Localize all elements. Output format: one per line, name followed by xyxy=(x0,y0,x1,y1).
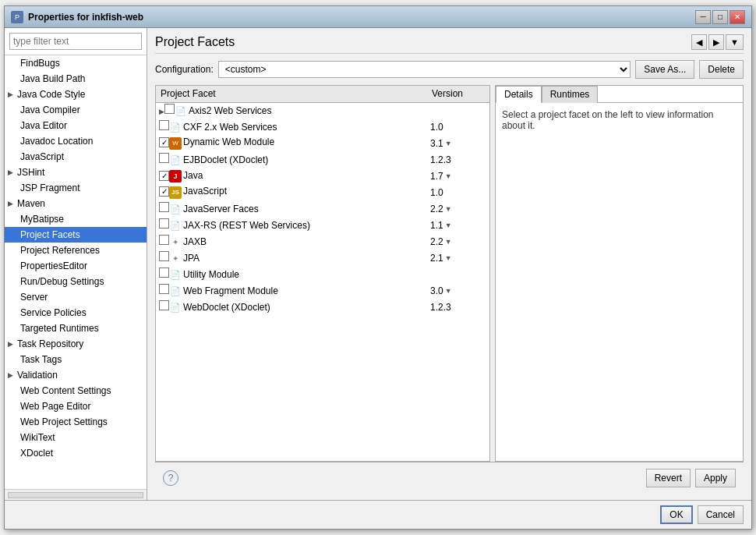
facet-name: JAXB xyxy=(183,236,207,247)
facet-checkbox[interactable] xyxy=(159,251,169,261)
tab-runtimes[interactable]: Runtimes xyxy=(542,86,599,103)
table-row[interactable]: 📄EJBDoclet (XDoclet)1.2.3 xyxy=(156,151,489,168)
scroll-track[interactable] xyxy=(8,492,143,498)
facet-checkbox[interactable] xyxy=(159,235,169,245)
sidebar-item-jsp-fragment[interactable]: JSP Fragment xyxy=(5,180,147,196)
delete-button[interactable]: Delete xyxy=(699,60,744,79)
sidebar-item-web-project-settings[interactable]: Web Project Settings xyxy=(5,414,147,430)
sidebar-item-xdoclet[interactable]: XDoclet xyxy=(5,445,147,461)
sidebar-item-web-content-settings[interactable]: Web Content Settings xyxy=(5,383,147,399)
table-row[interactable]: 📄JAX-RS (REST Web Services)1.1▼ xyxy=(156,217,489,233)
version-dropdown-arrow[interactable]: ▼ xyxy=(445,140,452,147)
close-button[interactable]: ✕ xyxy=(730,10,745,24)
table-row[interactable]: 📄Utility Module xyxy=(156,266,489,282)
window-controls: ─ □ ✕ xyxy=(695,10,745,24)
sidebar-item-javadoc-location[interactable]: Javadoc Location xyxy=(5,133,147,149)
table-row[interactable]: ✦JAXB2.2▼ xyxy=(156,233,489,250)
row-expand: ▶ xyxy=(159,108,164,115)
table-row[interactable]: 📄CXF 2.x Web Services1.0 xyxy=(156,119,489,135)
facet-name: WebDoclet (XDoclet) xyxy=(183,302,270,313)
facet-checkbox[interactable] xyxy=(159,153,169,163)
maximize-button[interactable]: □ xyxy=(712,10,728,24)
help-icon[interactable]: ? xyxy=(163,470,178,486)
table-row[interactable]: 📄JavaServer Faces2.2▼ xyxy=(156,200,489,217)
facet-icon: 📄 xyxy=(169,268,182,281)
config-label: Configuration: xyxy=(155,64,214,75)
facet-checkbox[interactable] xyxy=(159,268,169,278)
sidebar-item-server[interactable]: Server xyxy=(5,289,147,305)
filter-input[interactable] xyxy=(9,33,142,50)
facet-checkbox[interactable] xyxy=(159,186,169,197)
facet-version: 1.2.3 xyxy=(427,151,489,168)
facet-name: Axis2 Web Services xyxy=(189,105,271,116)
menu-button[interactable]: ▼ xyxy=(726,34,744,50)
facet-version: 1.1▼ xyxy=(427,217,489,233)
revert-button[interactable]: Revert xyxy=(646,469,691,487)
table-row[interactable]: ▶📄Axis2 Web Services xyxy=(156,102,489,119)
version-dropdown-arrow[interactable]: ▼ xyxy=(445,287,452,295)
sidebar-item-java-compiler[interactable]: Java Compiler xyxy=(5,102,147,118)
sidebar-item-java-build-path[interactable]: Java Build Path xyxy=(5,71,147,87)
sidebar-item-jshint[interactable]: ▶JSHint xyxy=(5,165,147,180)
sidebar-item-label: Task Repository xyxy=(17,338,83,349)
tab-details[interactable]: Details xyxy=(496,86,542,103)
sidebar-item-label: XDoclet xyxy=(20,448,53,459)
sidebar-item-label: Web Content Settings xyxy=(20,385,111,396)
facet-checkbox[interactable] xyxy=(159,284,169,294)
sidebar-item-web-page-editor[interactable]: Web Page Editor xyxy=(5,399,147,414)
facet-checkbox[interactable] xyxy=(159,218,169,229)
facet-checkbox[interactable] xyxy=(159,137,169,147)
table-row[interactable]: JJava1.7▼ xyxy=(156,168,489,184)
version-dropdown-arrow[interactable]: ▼ xyxy=(445,221,452,229)
back-button[interactable]: ◀ xyxy=(691,34,707,50)
facet-checkbox[interactable] xyxy=(159,120,169,130)
sidebar-item-java-editor[interactable]: Java Editor xyxy=(5,118,147,133)
facet-version: 1.0 xyxy=(427,184,489,200)
save-as-button[interactable]: Save As... xyxy=(635,60,694,79)
version-dropdown-arrow[interactable]: ▼ xyxy=(445,205,452,213)
sidebar-item-maven[interactable]: ▶Maven xyxy=(5,196,147,211)
table-row[interactable]: 📄Web Fragment Module3.0▼ xyxy=(156,282,489,299)
facet-checkbox[interactable] xyxy=(164,104,175,114)
facet-checkbox[interactable] xyxy=(159,171,169,181)
version-dropdown-arrow[interactable]: ▼ xyxy=(445,172,452,180)
details-panel: Details Runtimes Select a project facet … xyxy=(495,85,744,462)
version-dropdown-arrow[interactable]: ▼ xyxy=(445,254,452,262)
facet-version: 1.0 xyxy=(427,119,489,135)
sidebar-item-label: JSP Fragment xyxy=(20,182,79,193)
sidebar-item-validation[interactable]: ▶Validation xyxy=(5,367,147,383)
config-select[interactable]: <custom> xyxy=(218,61,631,78)
sidebar-item-javascript[interactable]: JavaScript xyxy=(5,149,147,165)
facet-checkbox[interactable] xyxy=(159,300,169,310)
sidebar-item-run-debug-settings[interactable]: Run/Debug Settings xyxy=(5,274,147,289)
version-dropdown-arrow[interactable]: ▼ xyxy=(445,238,452,246)
sidebar-item-wikitext[interactable]: WikiText xyxy=(5,430,147,445)
facet-name: JAX-RS (REST Web Services) xyxy=(183,220,310,231)
forward-button[interactable]: ▶ xyxy=(708,34,724,50)
facet-version: 2.2▼ xyxy=(427,233,489,250)
sidebar-item-targeted-runtimes[interactable]: Targeted Runtimes xyxy=(5,321,147,336)
sidebar-item-findbugs[interactable]: FindBugs xyxy=(5,55,147,71)
sidebar-item-project-facets[interactable]: Project Facets xyxy=(5,227,147,243)
sidebar-item-label: Maven xyxy=(17,198,45,209)
sidebar-item-project-references[interactable]: Project References xyxy=(5,243,147,258)
table-row[interactable]: 📄WebDoclet (XDoclet)1.2.3 xyxy=(156,299,489,315)
sidebar-item-java-code-style[interactable]: ▶Java Code Style xyxy=(5,87,147,102)
cancel-button[interactable]: Cancel xyxy=(698,505,744,524)
facet-checkbox[interactable] xyxy=(159,202,169,212)
bottom-buttons: Revert Apply xyxy=(646,469,736,487)
facet-icon: 📄 xyxy=(169,154,182,166)
table-row[interactable]: JSJavaScript1.0 xyxy=(156,184,489,200)
apply-button[interactable]: Apply xyxy=(695,469,736,487)
table-row[interactable]: WDynamic Web Module3.1▼ xyxy=(156,135,489,151)
sidebar-item-properties-editor[interactable]: PropertiesEditor xyxy=(5,258,147,274)
sidebar-item-task-repository[interactable]: ▶Task Repository xyxy=(5,336,147,352)
minimize-button[interactable]: ─ xyxy=(695,10,711,24)
sidebar-item-mybatipse[interactable]: MyBatipse xyxy=(5,211,147,227)
table-row[interactable]: ✦JPA2.1▼ xyxy=(156,250,489,266)
sidebar-item-service-policies[interactable]: Service Policies xyxy=(5,305,147,321)
ok-button[interactable]: OK xyxy=(660,505,692,524)
sidebar-item-label: Javadoc Location xyxy=(20,136,93,147)
sidebar-item-task-tags[interactable]: Task Tags xyxy=(5,352,147,367)
facet-name: Web Fragment Module xyxy=(183,285,278,296)
